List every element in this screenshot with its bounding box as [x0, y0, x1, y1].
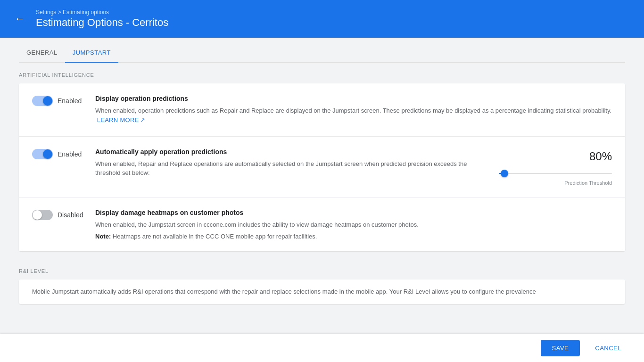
- breadcrumb: Settings > Estimating options: [36, 9, 168, 16]
- ri-section: R&I LEVEL Mobile Jumpstart automatically…: [19, 259, 625, 304]
- slider-label: Prediction Threshold: [564, 180, 612, 186]
- setting-title-heatmaps: Display damage heatmaps on customer phot…: [95, 209, 612, 216]
- setting-row-heatmaps: Disabled Display damage heatmaps on cust…: [19, 197, 625, 252]
- footer-bar: SAVE CANCEL: [0, 334, 644, 362]
- cancel-button[interactable]: CANCEL: [584, 340, 633, 356]
- ri-description: Mobile Jumpstart automatically adds R&I …: [19, 280, 625, 304]
- threshold-percentage: 80%: [589, 150, 612, 163]
- toggle-group-heatmaps: Disabled: [32, 209, 84, 220]
- toggle-thumb-auto: [43, 149, 52, 159]
- setting-desc-display-predictions: When enabled, operation predictions such…: [95, 106, 612, 125]
- main-content: GENERAL JUMPSTART ARTIFICIAL INTELLIGENC…: [0, 38, 644, 334]
- toggle-group-display-predictions: Enabled: [32, 95, 84, 106]
- prediction-threshold-area: 80% Prediction Threshold: [489, 148, 612, 186]
- tab-jumpstart[interactable]: JUMPSTART: [65, 43, 118, 63]
- threshold-slider-container: [499, 169, 612, 178]
- external-link-icon: ↗: [140, 115, 145, 125]
- setting-content-display-predictions: Display operation predictions When enabl…: [95, 95, 612, 125]
- heatmaps-note: Note: Heatmaps are not available in the …: [95, 233, 612, 240]
- learn-more-link[interactable]: LEARN MORE↗: [97, 116, 145, 123]
- setting-title-auto-apply: Automatically apply operation prediction…: [95, 148, 489, 156]
- ai-section-label: ARTIFICIAL INTELLIGENCE: [19, 63, 625, 83]
- ai-settings-card: Enabled Display operation predictions Wh…: [19, 83, 625, 251]
- save-button[interactable]: SAVE: [541, 340, 580, 356]
- toggle-label-heatmaps: Disabled: [58, 211, 83, 219]
- toggle-thumb-heatmaps: [33, 210, 42, 220]
- threshold-slider-thumb[interactable]: [501, 170, 508, 177]
- setting-content-auto-apply: Automatically apply operation prediction…: [95, 148, 489, 178]
- ri-section-label: R&I LEVEL: [19, 259, 625, 280]
- header-title-area: Settings > Estimating options Estimating…: [36, 9, 168, 29]
- setting-row-display-predictions: Enabled Display operation predictions Wh…: [19, 83, 625, 137]
- toggle-auto-apply[interactable]: [32, 149, 53, 159]
- page-title: Estimating Options - Cerritos: [36, 16, 168, 29]
- toggle-label-display-predictions: Enabled: [58, 97, 82, 105]
- toggle-thumb: [43, 96, 52, 106]
- setting-title-display-predictions: Display operation predictions: [95, 95, 612, 102]
- ri-card: Mobile Jumpstart automatically adds R&I …: [19, 280, 625, 304]
- back-arrow-icon: ←: [15, 13, 25, 25]
- setting-row-auto-apply: Enabled Automatically apply operation pr…: [19, 137, 625, 197]
- note-bold-label: Note:: [95, 233, 111, 240]
- tab-general[interactable]: GENERAL: [19, 43, 65, 63]
- app-header: ← Settings > Estimating options Estimati…: [0, 0, 644, 38]
- toggle-display-predictions[interactable]: [32, 96, 53, 106]
- toggle-heatmaps[interactable]: [32, 210, 53, 220]
- slider-track: [499, 173, 612, 174]
- toggle-label-auto-apply: Enabled: [58, 150, 82, 158]
- toggle-group-auto-apply: Enabled: [32, 148, 84, 159]
- setting-desc-heatmaps: When enabled, the Jumpstart screen in cc…: [95, 220, 612, 230]
- tabs-bar: GENERAL JUMPSTART: [19, 38, 625, 63]
- back-button[interactable]: ←: [11, 10, 28, 27]
- setting-content-heatmaps: Display damage heatmaps on customer phot…: [95, 209, 612, 240]
- setting-desc-auto-apply: When enabled, Repair and Replace operati…: [95, 159, 489, 178]
